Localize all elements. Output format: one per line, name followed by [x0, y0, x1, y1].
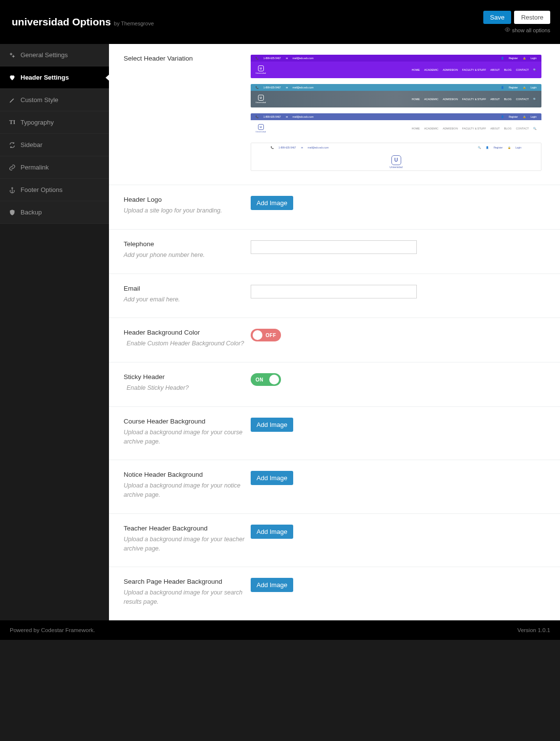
setting-label: Header Logo [124, 196, 251, 203]
toggle-label: OFF [266, 333, 277, 338]
toggle-knob [269, 375, 279, 384]
footer: Powered by Codestar Framework. Version 1… [0, 620, 560, 640]
setting-label: Notice Header Background [124, 471, 251, 478]
svg-point-1 [10, 53, 12, 55]
hv-logo: UUniversidad [389, 155, 402, 169]
header-bg-color-toggle[interactable]: OFF [251, 329, 281, 341]
hv-topbar-right: 👤Register🔒Login [501, 115, 537, 118]
hv-logo: UUniversidad [256, 95, 266, 104]
add-image-button[interactable]: Add Image [251, 525, 293, 539]
save-button[interactable]: Save [483, 11, 512, 24]
top-header-left: universidad Options by Themesgrove [12, 16, 154, 28]
content: Select Header Variation 📞1-899-635-5467✉… [109, 44, 560, 620]
hv-main: UUniversidad [251, 152, 541, 171]
add-image-button[interactable]: Add Image [251, 418, 293, 432]
sticky-header-toggle[interactable]: ON [251, 373, 281, 386]
sidebar-item-permalink[interactable]: Permalink [0, 156, 109, 179]
sidebar-item-label: Sidebar [21, 141, 43, 148]
sidebar-item-sidebar[interactable]: Sidebar [0, 134, 109, 156]
rotate-icon [9, 142, 16, 148]
setting-right: 📞1-899-635-5467✉mail@edu.edu.com 👤Regist… [251, 55, 545, 171]
setting-label: Telephone [124, 240, 251, 248]
add-image-button[interactable]: Add Image [251, 196, 293, 210]
setting-desc: Upload a background image for your notic… [124, 481, 251, 500]
email-input[interactable] [251, 285, 417, 298]
sidebar-item-custom-style[interactable]: Custom Style [0, 89, 109, 111]
add-image-button[interactable]: Add Image [251, 578, 293, 592]
setting-label: Header Background Color [124, 329, 251, 336]
setting-label: Course Header Background [124, 418, 251, 425]
add-image-button[interactable]: Add Image [251, 471, 293, 485]
svg-point-3 [12, 187, 13, 188]
sidebar-item-typography[interactable]: TI Typography [0, 111, 109, 134]
link-icon [9, 164, 16, 171]
sidebar-item-label: Custom Style [21, 96, 58, 104]
shield-icon [9, 209, 16, 216]
hv-logo: UUniversidad [256, 124, 266, 133]
setting-desc: Upload a site logo for your branding. [124, 206, 251, 215]
show-all-options-link[interactable]: show all options [505, 27, 550, 33]
toggle-label: ON [256, 377, 263, 382]
hv-main: UUniversidad HOMEACADEMICADMISSIONFACULT… [251, 91, 541, 107]
svg-point-2 [13, 55, 14, 57]
header-variations: 📞1-899-635-5467✉mail@edu.edu.com 👤Regist… [251, 55, 545, 171]
hv-topbar: 📞1-899-635-5467✉mail@edu.edu.com 🔍👤Regis… [251, 143, 541, 152]
hv-topbar-right: 👤Register🔒Login [501, 57, 537, 60]
header-variation-3[interactable]: 📞1-899-635-5467✉mail@edu.edu.com 👤Regist… [251, 113, 541, 137]
hv-topbar-left: 📞1-899-635-5467✉mail@edu.edu.com [256, 57, 314, 60]
sidebar-item-general-settings[interactable]: General Settings [0, 44, 109, 66]
hv-topbar-right: 👤Register🔒Login [501, 86, 537, 89]
setting-desc: Enable Sticky Header? [124, 383, 251, 393]
setting-label: Sticky Header [124, 373, 251, 381]
hv-nav: HOMEACADEMICADMISSIONFACULTY & STUFFABOU… [411, 68, 537, 71]
setting-telephone: Telephone Add your phone number here. [109, 230, 560, 274]
svg-point-0 [507, 29, 508, 30]
layout: General Settings Header Settings Custom … [0, 44, 560, 620]
hv-topbar: 📞1-899-635-5467✉mail@edu.edu.com 👤Regist… [251, 55, 541, 62]
hv-topbar: 📞1-899-635-5467✉mail@edu.edu.com 👤Regist… [251, 84, 541, 91]
setting-sticky-header: Sticky Header Enable Sticky Header? ON [109, 362, 560, 407]
setting-header-variation: Select Header Variation 📞1-899-635-5467✉… [109, 44, 560, 185]
gears-icon [9, 52, 16, 59]
typography-icon: TI [9, 119, 16, 126]
hv-topbar-left: 📞1-899-635-5467✉mail@edu.edu.com [256, 86, 314, 89]
top-header-right: Save Restore show all options [483, 11, 550, 33]
setting-label: Email [124, 285, 251, 292]
setting-desc: Add your email here. [124, 295, 251, 304]
sidebar-item-header-settings[interactable]: Header Settings [0, 66, 109, 89]
app-subtitle: by Themesgrove [114, 21, 154, 26]
sidebar-item-label: Header Settings [21, 74, 69, 81]
setting-header-bg-color: Header Background Color Enable Custom He… [109, 318, 560, 362]
sidebar-item-footer-options[interactable]: Footer Options [0, 179, 109, 201]
setting-search-bg: Search Page Header Background Upload a b… [109, 567, 560, 620]
setting-desc: Upload a background image for your cours… [124, 428, 251, 446]
footer-right: Version 1.0.1 [517, 627, 550, 633]
pencil-icon [9, 97, 16, 104]
setting-desc: Upload a background image for your teach… [124, 535, 251, 553]
hv-topbar: 📞1-899-635-5467✉mail@edu.edu.com 👤Regist… [251, 113, 541, 120]
header-variation-4[interactable]: 📞1-899-635-5467✉mail@edu.edu.com 🔍👤Regis… [251, 143, 541, 171]
header-variation-2[interactable]: 📞1-899-635-5467✉mail@edu.edu.com 👤Regist… [251, 84, 541, 107]
hv-logo: UUniversidad [256, 65, 266, 74]
setting-left: Select Header Variation [124, 55, 251, 171]
hv-nav: HOMEACADEMICADMISSIONFACULTY & STUFFABOU… [411, 127, 537, 130]
sidebar-item-label: Footer Options [21, 186, 63, 193]
setting-desc: Enable Custom Header Background Color? [124, 339, 251, 348]
sidebar: General Settings Header Settings Custom … [0, 44, 109, 620]
setting-label: Select Header Variation [124, 55, 251, 62]
telephone-input[interactable] [251, 240, 417, 254]
setting-email: Email Add your email here. [109, 274, 560, 318]
heart-icon [9, 74, 16, 81]
sidebar-item-backup[interactable]: Backup [0, 201, 109, 224]
show-all-label: show all options [512, 27, 550, 33]
setting-desc: Add your phone number here. [124, 251, 251, 260]
hv-main: UUniversidad HOMEACADEMICADMISSIONFACULT… [251, 120, 541, 137]
header-variation-1[interactable]: 📞1-899-635-5467✉mail@edu.edu.com 👤Regist… [251, 55, 541, 78]
restore-button[interactable]: Restore [514, 11, 550, 24]
sidebar-item-label: General Settings [21, 51, 68, 59]
setting-course-bg: Course Header Background Upload a backgr… [109, 407, 560, 461]
setting-label: Search Page Header Background [124, 578, 251, 585]
footer-left: Powered by Codestar Framework. [10, 627, 95, 633]
anchor-icon [9, 187, 16, 193]
hv-topbar-left: 📞1-899-635-5467✉mail@edu.edu.com [256, 115, 314, 118]
